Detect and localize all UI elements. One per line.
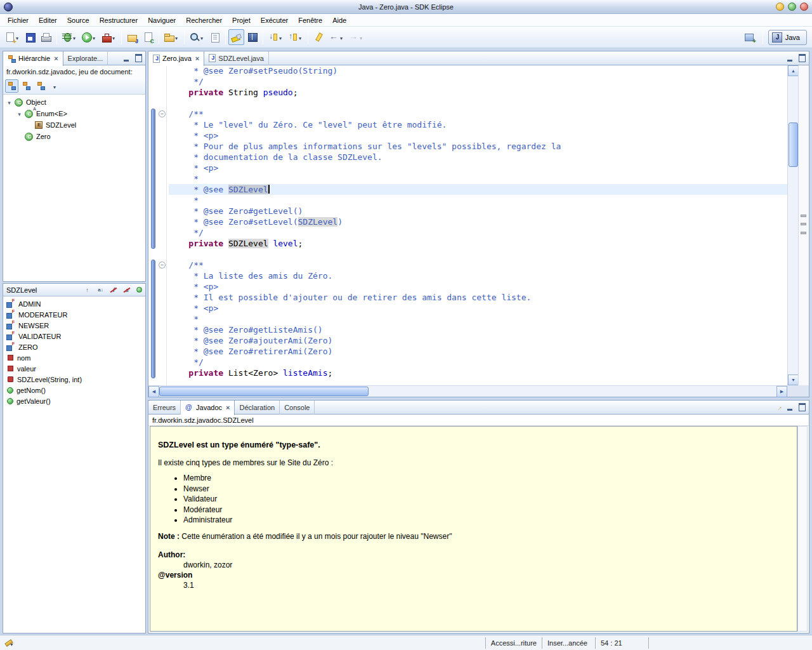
dropdown-arrow-icon[interactable] [16, 34, 20, 41]
previous-annotation-button[interactable] [285, 29, 305, 45]
member-item-validateur[interactable]: VALIDATEUR [3, 331, 145, 342]
fold-ruler[interactable] [158, 65, 167, 385]
hierarchy-view-menu-button[interactable] [49, 79, 62, 93]
code-line[interactable]: * [169, 173, 787, 184]
menu-fichier[interactable]: Fichier [3, 15, 34, 25]
hide-static-members-icon[interactable] [122, 285, 133, 295]
code-line[interactable]: * Il est possible d'ajouter ou de retire… [169, 292, 787, 303]
bottom-maximize-icon[interactable] [797, 403, 807, 412]
tab-zero-java[interactable]: Zero.java [148, 51, 204, 66]
new-button[interactable] [3, 29, 22, 45]
show-inherited-members-icon[interactable] [82, 285, 93, 295]
code-line[interactable]: * @see Zero#getListeAmis() [169, 324, 787, 335]
collapse-arrow-icon[interactable] [6, 98, 13, 106]
code-line[interactable]: * Pour de plus amples informations sur l… [169, 141, 787, 152]
debug-button[interactable] [60, 29, 79, 45]
next-annotation-button[interactable] [266, 29, 285, 45]
member-item-sdzlevel-string-int[interactable]: SDZLevel(String, int) [3, 374, 145, 385]
close-icon[interactable] [54, 55, 58, 62]
dropdown-arrow-icon[interactable] [175, 34, 180, 41]
hide-fields-icon[interactable] [108, 285, 119, 295]
show-type-hierarchy-button[interactable] [5, 79, 18, 93]
code-area[interactable]: * @see Zero#setPseudo(String) */ private… [167, 65, 787, 385]
code-line[interactable]: * @see Zero#getLevel() [169, 206, 787, 216]
collapse-arrow-icon[interactable] [16, 110, 23, 117]
menu-naviguer[interactable]: Naviguer [143, 15, 181, 25]
overview-ruler[interactable] [798, 65, 809, 385]
new-java-project-button[interactable] [124, 29, 140, 45]
open-perspective-button[interactable] [742, 29, 757, 45]
code-line[interactable]: * @see Zero#retirerAmi(Zero) [169, 346, 787, 357]
hierarchy-tree[interactable]: ObjectEnum<E>SDZLevelZero [3, 95, 145, 281]
tree-item-object[interactable]: Object [3, 96, 145, 108]
last-edit-location-button[interactable] [311, 29, 327, 45]
view-maximize-icon[interactable] [133, 54, 143, 63]
dropdown-arrow-icon[interactable] [279, 34, 284, 41]
member-item-zero[interactable]: ZERO [3, 342, 145, 352]
tasks-button[interactable] [207, 29, 223, 45]
view-minimize-icon[interactable] [121, 54, 131, 63]
annotation-ruler[interactable] [148, 65, 158, 385]
tab-sdzlevel-java[interactable]: SDZLevel.java [204, 51, 269, 65]
run-button[interactable] [79, 29, 99, 45]
search-button[interactable] [187, 29, 207, 45]
menu-fen-tre[interactable]: Fenêtre [293, 15, 327, 25]
members-filter-icon[interactable] [136, 287, 142, 293]
print-button[interactable] [38, 29, 54, 45]
minimize-button[interactable] [776, 3, 784, 11]
tab-console[interactable]: Console [280, 401, 315, 415]
external-tools-button[interactable] [99, 29, 119, 45]
member-item-getnom[interactable]: getNom() [3, 385, 145, 395]
tree-item-zero[interactable]: Zero [3, 131, 145, 142]
code-line[interactable]: * @see Zero#setLevel(SDZLevel) [169, 216, 787, 227]
menu-source[interactable]: Source [62, 15, 95, 25]
code-line[interactable]: * @see Zero#setPseudo(String) [169, 65, 787, 76]
close-button[interactable] [800, 3, 808, 11]
code-line[interactable] [169, 249, 787, 260]
dropdown-arrow-icon[interactable] [360, 34, 364, 41]
code-line[interactable]: * Le "level" du Zéro. Ce "level" peut êt… [169, 119, 787, 130]
code-line[interactable]: private List<Zero> listeAmis; [169, 368, 787, 378]
menu-editer[interactable]: Editer [34, 15, 62, 25]
menu-ex-cuter[interactable]: Exécuter [256, 15, 293, 25]
member-item-getvaleur[interactable]: getValeur() [3, 395, 145, 406]
occurrence-marker[interactable] [801, 215, 806, 217]
tab-erreurs[interactable]: Erreurs [148, 401, 181, 415]
member-item-newser[interactable]: NEWSER [3, 320, 145, 331]
occurrence-marker[interactable] [801, 223, 806, 225]
tab-explorate[interactable]: Explorate... [63, 51, 108, 65]
scroll-left-icon[interactable] [148, 386, 159, 397]
code-line[interactable]: */ [169, 357, 787, 368]
show-supertype-hierarchy-button[interactable] [20, 79, 33, 93]
code-line[interactable] [169, 98, 787, 109]
horizontal-scrollbar-thumb[interactable] [159, 387, 369, 396]
mark-occurrences-button[interactable] [228, 29, 244, 45]
close-icon[interactable] [195, 55, 199, 62]
scroll-right-icon[interactable] [776, 386, 787, 397]
forward-button[interactable] [346, 29, 366, 45]
code-line[interactable]: * <p> [169, 281, 787, 292]
javadoc-export-button[interactable] [244, 29, 260, 45]
dropdown-arrow-icon[interactable] [112, 34, 117, 41]
tab-d-claration[interactable]: Déclaration [235, 401, 280, 415]
code-line[interactable]: * documentation de la classe SDZLevel. [169, 152, 787, 162]
show-subtype-hierarchy-button[interactable] [34, 79, 48, 93]
editor-minimize-icon[interactable] [785, 54, 795, 63]
maximize-button[interactable] [788, 3, 796, 11]
member-item-moderateur[interactable]: MODERATEUR [3, 309, 145, 320]
occurrence-marker[interactable] [801, 232, 806, 234]
show-in-editor-icon[interactable] [773, 403, 783, 412]
dropdown-arrow-icon[interactable] [299, 34, 303, 41]
tab-javadoc[interactable]: Javadoc [181, 401, 235, 415]
java-perspective-button[interactable]: Java [768, 30, 807, 45]
fold-marker-icon[interactable] [159, 110, 166, 117]
close-icon[interactable] [226, 404, 230, 411]
sort-members-icon[interactable] [95, 285, 106, 295]
code-line[interactable]: */ [169, 76, 787, 87]
code-line[interactable]: private String pseudo; [169, 87, 787, 98]
code-line[interactable]: */ [169, 227, 787, 238]
scroll-up-icon[interactable] [788, 65, 799, 76]
dropdown-arrow-icon[interactable] [200, 34, 205, 41]
editor-horizontal-scrollbar[interactable] [148, 385, 787, 397]
editor-body[interactable]: * @see Zero#setPseudo(String) */ private… [148, 65, 787, 385]
